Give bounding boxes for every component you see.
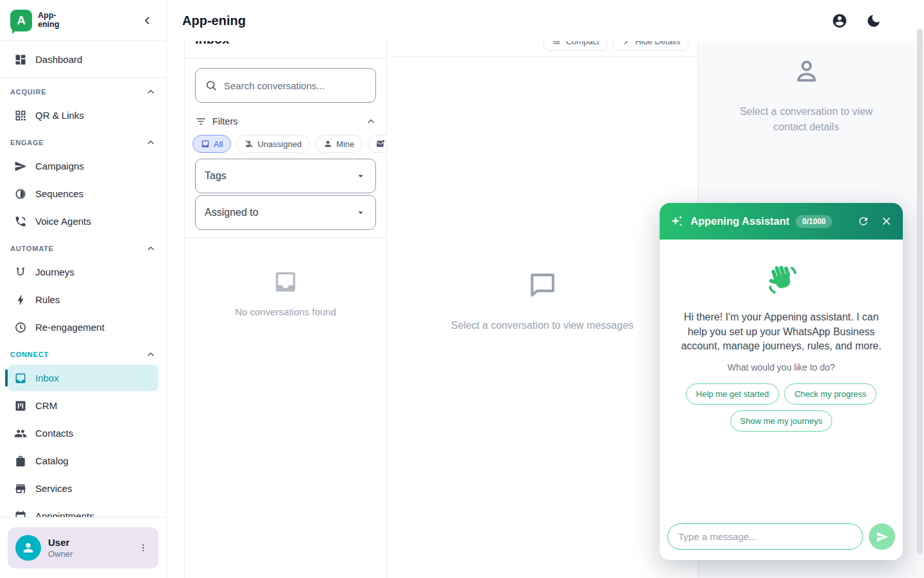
sidebar-user-area: User Owner bbox=[0, 517, 166, 578]
assistant-header: Appening Assistant 0/1000 bbox=[660, 203, 903, 240]
sidebar-item-label: Catalog bbox=[35, 455, 69, 466]
compact-button[interactable]: Compact bbox=[543, 41, 608, 51]
topbar: App-ening bbox=[167, 0, 924, 41]
details-empty-text: Select a conversation to view contact de… bbox=[730, 104, 884, 135]
assistant-footer bbox=[660, 518, 903, 560]
sidebar-item-contacts[interactable]: Contacts bbox=[8, 420, 158, 446]
chevron-up-icon bbox=[146, 349, 156, 360]
assistant-usage-badge: 0/1000 bbox=[796, 215, 832, 228]
sidebar-item-label: Sequences bbox=[35, 188, 83, 199]
person-outline-icon bbox=[791, 57, 822, 87]
clock-icon bbox=[14, 321, 27, 334]
sidebar-section-acquire[interactable]: ACQUIRE bbox=[10, 87, 156, 97]
assistant-greeting: Hi there! I'm your Appening assistant. I… bbox=[676, 310, 887, 354]
chevron-up-icon bbox=[146, 87, 156, 97]
assistant-suggestions: Help me get started Check my progress Sh… bbox=[672, 383, 890, 432]
sidebar-item-appointments[interactable]: Appointments bbox=[8, 503, 158, 517]
avatar bbox=[15, 535, 41, 561]
dark-mode-moon-icon[interactable] bbox=[866, 13, 882, 29]
sidebar-section-automate[interactable]: AUTOMATE bbox=[10, 243, 156, 254]
scrollbar-thumb[interactable] bbox=[917, 29, 923, 554]
sequence-icon bbox=[14, 188, 27, 200]
conversation-search bbox=[195, 68, 376, 103]
chevron-right-icon bbox=[621, 41, 631, 46]
assigned-to-select[interactable]: Assigned to bbox=[195, 195, 376, 230]
filter-chip-unread[interactable]: Unread bbox=[368, 135, 386, 153]
sidebar-section-connect[interactable]: CONNECT bbox=[10, 349, 156, 360]
person-slash-icon bbox=[244, 139, 253, 148]
sidebar-item-label: CRM bbox=[35, 400, 57, 411]
assistant-message-input[interactable] bbox=[667, 523, 863, 550]
kanban-icon bbox=[14, 399, 27, 412]
sidebar-item-services[interactable]: Services bbox=[8, 475, 158, 502]
chevron-up-icon bbox=[366, 116, 376, 127]
conversations-empty-state: No conversations found bbox=[185, 238, 386, 317]
sidebar-item-sequences[interactable]: Sequences bbox=[8, 180, 158, 207]
assistant-prompt: What would you like to do? bbox=[672, 362, 890, 372]
sparkles-icon bbox=[670, 215, 684, 229]
sidebar-item-dashboard[interactable]: Dashboard bbox=[8, 46, 158, 73]
sidebar-item-qr-links[interactable]: QR & Links bbox=[8, 102, 158, 128]
sidebar-item-label: Services bbox=[35, 483, 73, 494]
sidebar-item-catalog[interactable]: Catalog bbox=[8, 448, 158, 474]
user-menu-button[interactable] bbox=[135, 540, 151, 556]
sidebar-nav: Dashboard ACQUIRE QR & Links ENGAGE Camp… bbox=[0, 41, 166, 517]
close-icon[interactable] bbox=[880, 215, 893, 227]
active-indicator bbox=[5, 369, 8, 387]
filters-toggle[interactable]: Filters bbox=[195, 116, 376, 127]
sidebar-collapse-button[interactable] bbox=[138, 12, 156, 30]
tags-select[interactable]: Tags bbox=[195, 159, 376, 193]
calendar-icon bbox=[14, 510, 27, 518]
messages-panel: Compact Hide Details Select a conversati… bbox=[387, 41, 698, 578]
sidebar-item-inbox[interactable]: Inbox bbox=[8, 365, 158, 391]
sidebar-item-re-engagement[interactable]: Re-engagement bbox=[8, 314, 158, 340]
filter-chip-mine[interactable]: Mine bbox=[315, 135, 363, 153]
topbar-icons bbox=[832, 13, 909, 29]
sidebar-section-engage[interactable]: ENGAGE bbox=[10, 137, 156, 148]
send-icon bbox=[876, 530, 889, 543]
toolbar-buttons: Compact Hide Details bbox=[543, 41, 689, 51]
sidebar-item-voice-agents[interactable]: Voice Agents bbox=[8, 208, 158, 234]
app-logo-icon: A bbox=[10, 10, 32, 31]
sidebar-item-label: Appointments bbox=[35, 511, 94, 517]
sidebar-item-crm[interactable]: CRM bbox=[8, 392, 158, 419]
dots-vertical-icon bbox=[138, 543, 148, 553]
sidebar-item-label: Contacts bbox=[35, 428, 73, 439]
wave-hand-icon bbox=[672, 263, 890, 297]
filter-chip-unassigned[interactable]: Unassigned bbox=[236, 135, 310, 153]
storefront-icon bbox=[14, 482, 27, 495]
route-icon bbox=[14, 266, 27, 279]
send-button[interactable] bbox=[869, 523, 895, 550]
inbox-panel: Inbox Filters All Unassigned Mine bbox=[184, 41, 387, 578]
user-card: User Owner bbox=[8, 527, 158, 568]
app-logo-text: App- ening bbox=[38, 12, 59, 28]
lightning-icon bbox=[14, 293, 27, 306]
search-icon bbox=[205, 79, 218, 92]
mail-unread-icon bbox=[376, 139, 385, 148]
sidebar-item-journeys[interactable]: Journeys bbox=[8, 259, 158, 285]
send-icon bbox=[14, 160, 27, 173]
messages-toolbar: Compact Hide Details bbox=[387, 41, 697, 57]
conversations-empty-text: No conversations found bbox=[185, 306, 386, 317]
user-name: User bbox=[48, 537, 73, 548]
refresh-icon[interactable] bbox=[857, 215, 869, 227]
divider bbox=[0, 77, 166, 78]
person-icon bbox=[21, 541, 35, 555]
account-circle-icon[interactable] bbox=[832, 13, 848, 29]
sidebar-logo-row: A App- ening bbox=[0, 0, 166, 40]
sidebar: A App- ening Dashboard ACQUIRE QR & Link… bbox=[0, 0, 167, 578]
search-input[interactable] bbox=[224, 80, 366, 91]
chat-bubble-icon bbox=[525, 268, 560, 303]
filters-label: Filters bbox=[212, 116, 237, 127]
chevron-left-icon bbox=[141, 15, 153, 26]
filter-chip-all[interactable]: All bbox=[193, 135, 231, 153]
suggestion-show-journeys[interactable]: Show me my journeys bbox=[730, 410, 833, 432]
suggestion-get-started[interactable]: Help me get started bbox=[686, 383, 779, 405]
sidebar-item-campaigns[interactable]: Campaigns bbox=[8, 153, 158, 179]
messages-empty-state: Select a conversation to view messages bbox=[387, 268, 697, 331]
phone-icon bbox=[14, 215, 27, 228]
sidebar-item-rules[interactable]: Rules bbox=[8, 286, 158, 313]
hide-details-button[interactable]: Hide Details bbox=[613, 41, 689, 51]
suggestion-check-progress[interactable]: Check my progress bbox=[784, 383, 877, 405]
inbox-tray-icon bbox=[273, 269, 298, 295]
